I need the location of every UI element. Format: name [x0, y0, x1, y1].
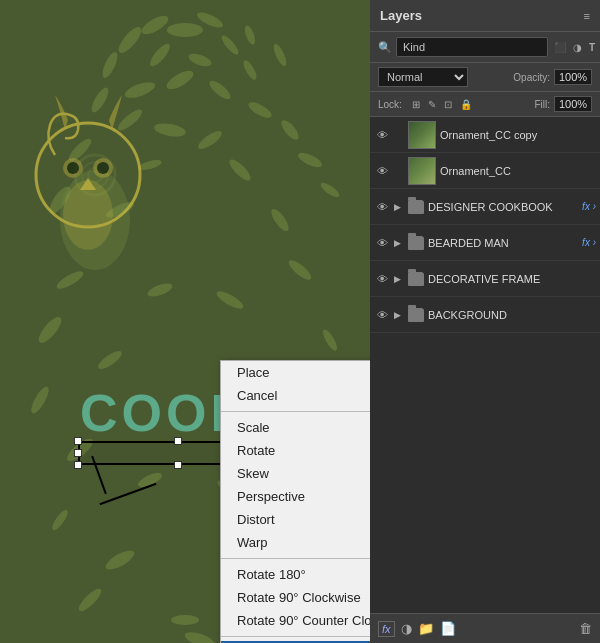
opacity-row: Opacity: 100%	[474, 69, 592, 85]
menu-item-rotate[interactable]: Rotate	[221, 439, 370, 462]
visibility-icon[interactable]: 👁	[374, 235, 390, 251]
fx-icon[interactable]: fx	[378, 621, 395, 637]
new-group-icon[interactable]: 📁	[418, 621, 434, 636]
menu-item-skew[interactable]: Skew	[221, 462, 370, 485]
menu-separator	[221, 558, 370, 559]
layer-name: DESIGNER COOKBOOK	[428, 201, 578, 213]
panel-title: Layers	[380, 8, 422, 23]
layer-thumbnail	[408, 121, 436, 149]
menu-item-distort[interactable]: Distort	[221, 508, 370, 531]
blend-mode-select[interactable]: Normal Multiply Screen Overlay	[378, 67, 468, 87]
lock-pixels-icon[interactable]: ⊞	[410, 98, 422, 111]
layer-item[interactable]: 👁Ornament_CC	[370, 153, 600, 189]
folder-icon	[408, 272, 424, 286]
fx-badge: fx ›	[582, 201, 596, 212]
layers-panel: Layers ≡ 🔍 ⬛ ◑ T ⬡ 🔒 Normal Multiply Scr…	[370, 0, 600, 643]
expand-arrow-icon[interactable]: ▶	[394, 202, 404, 212]
menu-separator	[221, 411, 370, 412]
fill-value[interactable]: 100%	[554, 96, 592, 112]
folder-icon	[408, 236, 424, 250]
folder-icon	[408, 308, 424, 322]
adjustment-search-icon[interactable]: ◑	[571, 41, 584, 54]
fill-label: Fill:	[534, 99, 550, 110]
layer-item[interactable]: 👁Ornament_CC copy	[370, 117, 600, 153]
search-input[interactable]	[396, 37, 548, 57]
visibility-icon[interactable]: 👁	[374, 163, 390, 179]
menu-item-cancel[interactable]: Cancel	[221, 384, 370, 407]
search-icon: 🔍	[378, 41, 392, 54]
lock-fill-row: Lock: ⊞ ✎ ⊡ 🔒 Fill: 100%	[370, 92, 600, 117]
layer-thumbnail	[408, 157, 436, 185]
adjustment-layer-icon[interactable]: ◑	[401, 621, 412, 636]
layer-name: DECORATIVE FRAME	[428, 273, 596, 285]
panel-toolbar: fx ◑ 📁 📄 🗑	[370, 613, 600, 643]
panel-collapse-icon[interactable]: ≡	[584, 10, 590, 22]
lock-label: Lock:	[378, 99, 402, 110]
fx-badge: fx ›	[582, 237, 596, 248]
layer-name: Ornament_CC copy	[440, 129, 596, 141]
menu-item-warp[interactable]: Warp	[221, 531, 370, 554]
visibility-icon[interactable]: 👁	[374, 307, 390, 323]
layer-name: BACKGROUND	[428, 309, 596, 321]
context-menu: PlaceCancelScaleRotateSkewPerspectiveDis…	[220, 360, 370, 643]
menu-item-perspective[interactable]: Perspective	[221, 485, 370, 508]
menu-item-place[interactable]: Place	[221, 361, 370, 384]
expand-arrow-icon[interactable]: ▶	[394, 238, 404, 248]
layers-list: 👁Ornament_CC copy👁Ornament_CC👁▶DESIGNER …	[370, 117, 600, 613]
opacity-value[interactable]: 100%	[554, 69, 592, 85]
lock-icons: ⊞ ✎ ⊡ 🔒	[410, 98, 474, 111]
expand-arrow-icon[interactable]: ▶	[394, 310, 404, 320]
layer-item[interactable]: 👁▶BEARDED MANfx ›	[370, 225, 600, 261]
layer-item[interactable]: 👁▶DESIGNER COOKBOOKfx ›	[370, 189, 600, 225]
new-layer-icon[interactable]: 📄	[440, 621, 456, 636]
menu-item-rotate-90--clockwise[interactable]: Rotate 90° Clockwise	[221, 586, 370, 609]
lock-artboard-icon[interactable]: ⊡	[442, 98, 454, 111]
search-bar: 🔍 ⬛ ◑ T ⬡ 🔒	[370, 32, 600, 63]
type-search-icon[interactable]: T	[587, 41, 597, 54]
panel-header: Layers ≡	[370, 0, 600, 32]
svg-point-21	[167, 23, 203, 37]
menu-separator	[221, 636, 370, 637]
canvas-area: COOKBOOK PlaceCancelScaleRotateSkewPersp…	[0, 0, 370, 643]
panels-area: Layers ≡ 🔍 ⬛ ◑ T ⬡ 🔒 Normal Multiply Scr…	[370, 0, 600, 643]
fill-section: Fill: 100%	[534, 96, 592, 112]
layer-name: BEARDED MAN	[428, 237, 578, 249]
svg-point-59	[97, 162, 109, 174]
layer-name: Ornament_CC	[440, 165, 596, 177]
visibility-icon[interactable]: 👁	[374, 199, 390, 215]
pixel-icon[interactable]: ⬛	[552, 41, 568, 54]
menu-item-rotate-180-[interactable]: Rotate 180°	[221, 563, 370, 586]
search-icons: ⬛ ◑ T ⬡ 🔒	[552, 41, 600, 54]
svg-point-53	[171, 615, 199, 625]
lock-position-icon[interactable]: ✎	[426, 98, 438, 111]
visibility-icon[interactable]: 👁	[374, 271, 390, 287]
layer-item[interactable]: 👁▶BACKGROUND	[370, 297, 600, 333]
layer-item[interactable]: 👁▶DECORATIVE FRAME	[370, 261, 600, 297]
expand-arrow-icon[interactable]: ▶	[394, 274, 404, 284]
menu-item-rotate-90--counter-clockwise[interactable]: Rotate 90° Counter Clockwise	[221, 609, 370, 632]
delete-layer-icon[interactable]: 🗑	[579, 621, 592, 636]
lock-all-icon[interactable]: 🔒	[458, 98, 474, 111]
blend-mode-row: Normal Multiply Screen Overlay Opacity: …	[370, 63, 600, 92]
folder-icon	[408, 200, 424, 214]
svg-point-61	[63, 180, 113, 250]
menu-item-scale[interactable]: Scale	[221, 416, 370, 439]
svg-point-58	[67, 162, 79, 174]
visibility-icon[interactable]: 👁	[374, 127, 390, 143]
opacity-label: Opacity:	[513, 72, 550, 83]
